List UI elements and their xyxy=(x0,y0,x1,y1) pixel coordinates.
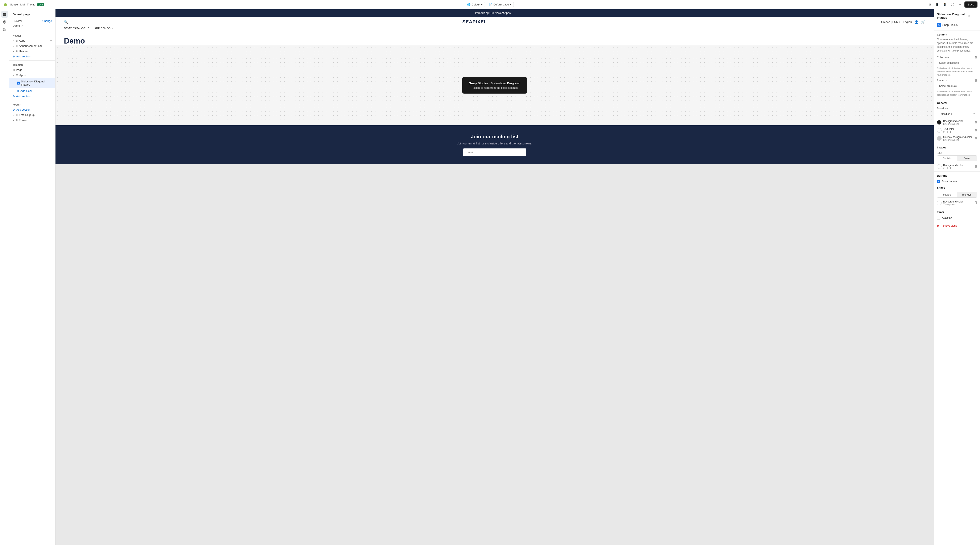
tablet-icon[interactable]: 📱 xyxy=(934,2,940,8)
preview-row: Preview Change xyxy=(9,19,55,24)
sidebar-item-apps[interactable]: ▶ ⊞ Apps ✏ xyxy=(9,38,55,43)
right-panel: Slideshow Diagonal Images ⚙ ⋯ S Snap Blo… xyxy=(934,9,980,545)
shape-square-btn[interactable]: square xyxy=(937,192,957,198)
bg-color-swatch[interactable] xyxy=(937,120,942,125)
content-heading: Content xyxy=(934,31,980,37)
search-icon[interactable]: 🔍 xyxy=(64,20,68,24)
autoplay-row: Autoplay xyxy=(934,215,980,221)
sidebar-item-apps-template[interactable]: ▼ ⊞ Apps xyxy=(9,73,55,78)
text-color-row: Text color #FFFFFF 🗄 xyxy=(934,126,980,134)
change-link[interactable]: Change xyxy=(42,19,52,22)
products-db-icon[interactable]: 🗄 xyxy=(975,79,977,82)
svg-rect-4 xyxy=(3,28,5,29)
expand-apps-template-icon: ▼ xyxy=(13,74,15,76)
add-section-header-btn[interactable]: ⊕ Add section xyxy=(9,54,55,59)
canvas-area: Introducing Our Newest Apps → 🔍 SEAPIXEL… xyxy=(56,9,934,545)
slideshow-inner: S Slideshow Diagonal Images xyxy=(17,79,52,87)
email-input[interactable] xyxy=(463,148,526,156)
sidebar-item-email-signup[interactable]: ▶ ⊞ Email signup xyxy=(9,112,55,118)
rp-divider6 xyxy=(934,222,980,222)
rp-settings-icon[interactable]: ⚙ xyxy=(966,13,971,19)
general-heading: General xyxy=(934,100,980,106)
text-color-db-icon[interactable]: 🗄 xyxy=(975,129,977,132)
btn-bg-swatch[interactable] xyxy=(937,201,942,205)
sidebar-item-header[interactable]: ▶ ⊞ Header xyxy=(9,49,55,54)
select-products-btn[interactable]: Select products xyxy=(937,83,977,89)
size-toggle: Contain Cover xyxy=(937,155,977,161)
transition-chevron: ▾ xyxy=(974,113,975,115)
sidebar-item-slideshow[interactable]: S Slideshow Diagonal Images xyxy=(9,78,55,88)
collections-label: Collections 🗄 xyxy=(937,56,977,59)
footer-title: Join our mailing list xyxy=(64,134,925,140)
sidebar-item-page[interactable]: ⊞ Page xyxy=(9,67,55,73)
sidebar-item-announcement[interactable]: ▶ ⊞ Announcement bar xyxy=(9,43,55,49)
sidebar-icon-settings[interactable] xyxy=(1,19,8,25)
rp-divider2 xyxy=(934,99,980,99)
expand-footer-icon: ▶ xyxy=(13,119,14,121)
mobile-icon[interactable]: 📱 xyxy=(942,2,948,8)
account-icon[interactable]: 👤 xyxy=(915,20,919,24)
language-selector[interactable]: English xyxy=(903,21,912,24)
show-buttons-checkbox[interactable]: ✓ xyxy=(937,180,940,183)
apps-grid-icon: ⊞ xyxy=(16,39,18,42)
img-bg-swatch[interactable] xyxy=(937,164,942,169)
topbar-left: Sense - Main Theme Live ⋯ xyxy=(3,2,52,8)
autoplay-toggle[interactable] xyxy=(937,216,940,220)
nav-demo-catalogue[interactable]: DEMO CATALOGUE xyxy=(64,27,89,30)
external-link-icon[interactable]: ↗ xyxy=(21,24,23,27)
rp-divider4 xyxy=(934,171,980,172)
bg-color-db-icon[interactable]: 🗄 xyxy=(975,121,977,124)
shopify-icon[interactable] xyxy=(3,2,8,8)
select-collections-btn[interactable]: Select collections xyxy=(937,60,977,66)
sidebar-item-footer[interactable]: ▶ ⊞ Footer xyxy=(9,118,55,123)
text-color-swatch[interactable] xyxy=(937,128,942,133)
expand-icon[interactable]: ⛶ xyxy=(949,2,955,8)
slideshow-section[interactable]: Snap Blocks · Slideshow Diagonal Assign … xyxy=(56,45,934,125)
bg-color-row: Background color Linear gradient 🗄 xyxy=(934,118,980,126)
show-buttons-label: Show buttons xyxy=(942,180,957,183)
images-heading: Images xyxy=(934,144,980,150)
collections-db-icon[interactable]: 🗄 xyxy=(975,56,977,59)
sidebar-icon-apps[interactable] xyxy=(1,26,8,33)
save-button[interactable]: Save xyxy=(964,2,977,8)
footer-group-label: Footer xyxy=(9,102,55,107)
main-layout: Default page Preview Change Demo ↗ Heade… xyxy=(0,9,980,545)
size-cover-btn[interactable]: Cover xyxy=(957,156,977,161)
overlay-color-db-icon[interactable]: 🗄 xyxy=(975,137,977,140)
add-section-footer-btn[interactable]: ⊕ Add section xyxy=(9,107,55,112)
transition-label: Transition xyxy=(937,107,977,110)
default-dropdown[interactable]: 🌐 Default ▾ xyxy=(465,2,485,7)
add-section-template-icon: ⊕ xyxy=(13,95,15,98)
apps-label: Apps xyxy=(19,39,25,42)
btn-bg-color-info: Background color Transparent xyxy=(937,200,963,206)
ann-grid-icon: ⊞ xyxy=(16,45,18,48)
default-page-dropdown[interactable]: 📄 Default page ▾ xyxy=(487,2,514,7)
cart-icon[interactable]: 🛒 xyxy=(921,20,925,24)
svg-rect-6 xyxy=(3,30,5,31)
shape-rounded-btn[interactable]: rounded xyxy=(957,192,977,198)
rp-more-icon[interactable]: ⋯ xyxy=(972,13,977,19)
remove-block-btn[interactable]: 🗑 Remove block xyxy=(934,223,980,229)
desktop-icon[interactable]: 🖥 xyxy=(927,2,932,8)
add-section-template-btn[interactable]: ⊕ Add section xyxy=(9,94,55,99)
expand-apps-icon: ▶ xyxy=(13,40,14,42)
nav-app-demos[interactable]: APP DEMOS ▾ xyxy=(94,27,113,30)
announcement-label: Announcement bar xyxy=(19,45,42,48)
add-block-btn[interactable]: ⊕ Add block xyxy=(9,88,55,94)
topbar: Sense - Main Theme Live ⋯ 🌐 Default ▾ 📄 … xyxy=(0,0,980,9)
more-options-icon[interactable]: ⋯ xyxy=(46,2,52,8)
transition-select[interactable]: Transition 1 ▾ xyxy=(937,111,977,117)
region-selector[interactable]: Greece | EUR € xyxy=(881,21,900,24)
buttons-heading: Buttons xyxy=(934,172,980,178)
preview-label: Preview xyxy=(13,19,22,22)
size-contain-btn[interactable]: Contain xyxy=(937,156,957,161)
undo-icon[interactable]: ↩ xyxy=(957,2,963,8)
sidebar-icon-sections[interactable] xyxy=(1,11,8,18)
img-bg-db-icon[interactable]: 🗄 xyxy=(975,165,977,168)
store-nav-bottom: DEMO CATALOGUE APP DEMOS ▾ xyxy=(64,27,925,30)
overlay-color-swatch[interactable] xyxy=(937,136,942,141)
products-field: Products 🗄 Select products Slideshows lo… xyxy=(934,78,980,98)
apps-edit-icon: ✏ xyxy=(50,39,52,42)
divider3 xyxy=(9,100,55,100)
btn-bg-db-icon[interactable]: 🗄 xyxy=(975,201,977,204)
